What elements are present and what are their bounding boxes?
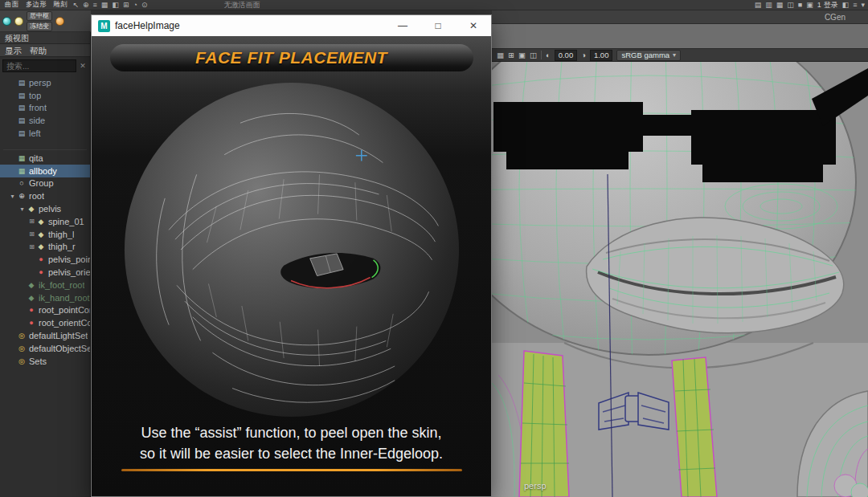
- outliner-item-label: thigh_r: [48, 242, 76, 251]
- outliner-item[interactable]: ▤front: [0, 102, 90, 115]
- colorspace-dropdown[interactable]: sRGB gamma ▾: [616, 50, 681, 61]
- outliner-panel: 频视图 显示 帮助 ✕ ▤persp ▤top ▤front ▤side ▤le…: [0, 32, 91, 497]
- list-icon[interactable]: ≡: [853, 1, 857, 10]
- chevron-down-icon[interactable]: ▾: [861, 1, 865, 10]
- layout-icon[interactable]: ◧: [842, 1, 850, 10]
- outliner-item[interactable]: ●pelvis_pointCo: [0, 253, 90, 266]
- expand-toggle[interactable]: ▾: [18, 206, 27, 213]
- outliner-item[interactable]: ◆ik_hand_root: [0, 291, 90, 304]
- playblast-icon[interactable]: ■: [798, 1, 802, 10]
- shaded-mode-icon[interactable]: ⊞: [508, 51, 514, 59]
- expand-toggle[interactable]: ⊞: [27, 243, 36, 251]
- close-button[interactable]: ✕: [456, 15, 491, 36]
- shelf-tab-polygon[interactable]: 多边形: [24, 0, 48, 10]
- gamma-icon[interactable]: ◑: [581, 51, 586, 59]
- move-tool-icon[interactable]: ⊕: [83, 1, 89, 10]
- shelf-tab-sculpt[interactable]: 雕刻: [52, 0, 69, 10]
- outliner-item[interactable]: ⊞◆thigh_l: [0, 228, 90, 241]
- outliner-item[interactable]: ●root_orientCons: [0, 316, 90, 329]
- expand-toggle[interactable]: ⊞: [27, 218, 36, 225]
- outliner-item[interactable]: ▾⊕root: [0, 189, 90, 202]
- dialog-titlebar[interactable]: M faceHelpImage — □ ✕: [92, 15, 491, 36]
- menu-display[interactable]: 显示: [5, 44, 22, 56]
- point-snap-icon[interactable]: ⊞: [123, 1, 129, 10]
- freeze-transform-button[interactable]: 冻结变: [27, 22, 52, 31]
- maximize-button[interactable]: □: [420, 15, 456, 36]
- outliner-item-label: persp: [29, 78, 51, 88]
- joint-icon: ◆: [36, 230, 46, 238]
- outliner-item[interactable]: ◆ik_foot_root: [0, 279, 90, 291]
- construction-icon[interactable]: ⊙: [141, 1, 148, 10]
- outliner-item[interactable]: ◎defaultObjectSet: [0, 342, 90, 355]
- outliner-item[interactable]: ○Group: [0, 177, 90, 190]
- login-button[interactable]: 1 登录: [817, 0, 838, 10]
- outliner-item[interactable]: ▦qita: [0, 152, 90, 165]
- cgen-tab[interactable]: CGen: [825, 13, 845, 22]
- outliner-item[interactable]: ⊞◆spine_01: [0, 215, 90, 228]
- center-pivot-button[interactable]: 居中枢: [27, 11, 52, 21]
- curve-snap-icon[interactable]: ◧: [112, 1, 119, 10]
- minimize-button[interactable]: —: [385, 15, 420, 36]
- gamma-field[interactable]: 1.00: [590, 50, 613, 61]
- outliner-item[interactable]: ▤persp: [0, 76, 90, 89]
- constraint-icon: ●: [36, 268, 46, 276]
- exposure-field[interactable]: 0.00: [555, 50, 578, 61]
- shelf-sphere-icon[interactable]: [14, 17, 23, 26]
- light-set-icon: ◎: [17, 332, 27, 340]
- outliner-item-label: root: [29, 191, 44, 201]
- outliner-item-selected[interactable]: ▦allbody: [0, 165, 90, 177]
- outliner-item[interactable]: ●root_pointConst: [0, 304, 90, 317]
- shelf-tab-surface[interactable]: 曲面: [3, 0, 20, 10]
- outliner-item[interactable]: ▾◆pelvis: [0, 202, 90, 215]
- wireframe-mode-icon[interactable]: ▦: [497, 51, 504, 59]
- textured-mode-icon[interactable]: ▣: [518, 51, 526, 59]
- texture-view-icon[interactable]: ▦: [776, 1, 784, 10]
- outliner-item-label: allbody: [29, 166, 57, 176]
- outliner-item[interactable]: ●pelvis_orientC: [0, 266, 90, 279]
- select-tool-icon[interactable]: ↖: [73, 1, 80, 10]
- shaded-view-icon[interactable]: ◫: [787, 1, 794, 10]
- outliner-item-label: thigh_l: [48, 230, 74, 239]
- maya-application: 曲面 多边形 雕刻 ↖ ⊕ ≡ ▦ ◧ ⊞ ◔ ⊙ 无激活画面 ▤ ▥ ▦ ◫ …: [0, 0, 868, 497]
- outliner-item-label: side: [29, 116, 45, 125]
- outliner-item-label: Sets: [29, 356, 47, 366]
- history-icon[interactable]: ◔: [133, 1, 137, 10]
- login-count: 1: [817, 1, 821, 9]
- object-set-icon: ◎: [17, 344, 27, 352]
- camera-icon: ▤: [17, 116, 27, 124]
- outliner-item[interactable]: ▤side: [0, 114, 90, 127]
- expand-toggle[interactable]: ▾: [8, 193, 17, 200]
- character-render: [492, 62, 868, 497]
- outliner-item[interactable]: ▤left: [0, 127, 90, 140]
- outliner-item[interactable]: ⊞◆thigh_r: [0, 241, 90, 254]
- shelf-row: 居中枢 冻结变: [0, 10, 91, 32]
- lighting-mode-icon[interactable]: ◫: [530, 51, 537, 59]
- heading-banner: FACE FIT PLACEMENT: [110, 44, 473, 71]
- outliner-item-label: left: [29, 128, 41, 138]
- outliner-item-label: front: [29, 103, 47, 112]
- constraint-icon: ●: [27, 319, 36, 327]
- outliner-item[interactable]: ▤top: [0, 89, 90, 102]
- outliner-item[interactable]: ◎Sets: [0, 355, 90, 368]
- render-settings-icon[interactable]: ▣: [806, 1, 813, 10]
- panel-menubar: 显示 帮助: [0, 44, 90, 57]
- outliner-item[interactable]: ◎defaultLightSet: [0, 329, 90, 342]
- menu-help[interactable]: 帮助: [30, 44, 47, 56]
- dialog-title: faceHelpImage: [115, 20, 180, 31]
- search-input[interactable]: [2, 59, 76, 72]
- expand-toggle[interactable]: ⊞: [27, 230, 36, 238]
- ipr-render-icon[interactable]: ▥: [765, 1, 772, 10]
- shelf-joint-icon[interactable]: [2, 17, 11, 26]
- render-view-icon[interactable]: ▤: [755, 1, 762, 10]
- outliner-item-label: Group: [29, 178, 54, 188]
- grid-snap-icon[interactable]: ▦: [101, 1, 108, 10]
- joint-icon: ◆: [27, 281, 36, 289]
- outliner-item-label: spine_01: [48, 217, 84, 226]
- menu-icon[interactable]: ≡: [93, 1, 97, 10]
- exposure-icon[interactable]: ◐: [546, 51, 551, 59]
- shelf-orange-icon[interactable]: [55, 17, 64, 26]
- perspective-viewport[interactable]: persp: [492, 62, 868, 497]
- outliner-divider: [3, 140, 87, 150]
- outliner-item-label: defaultObjectSet: [29, 344, 90, 353]
- clear-search-icon[interactable]: ✕: [78, 62, 88, 70]
